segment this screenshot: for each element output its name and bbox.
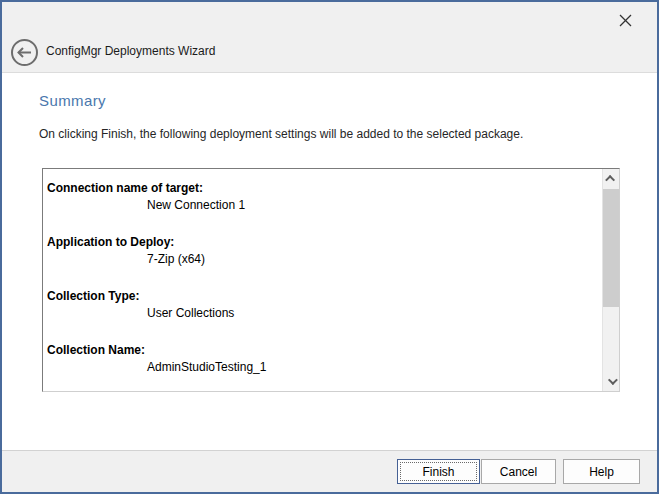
summary-item-application: Application to Deploy: 7-Zip (x64) xyxy=(47,234,602,268)
summary-content: Connection name of target: New Connectio… xyxy=(43,169,602,391)
page-description: On clicking Finish, the following deploy… xyxy=(39,127,523,141)
summary-item-label: Collection Type: xyxy=(47,288,602,305)
vertical-scrollbar[interactable] xyxy=(602,169,619,391)
summary-item-collection-type: Collection Type: User Collections xyxy=(47,288,602,322)
summary-item-value: AdminStudioTesting_1 xyxy=(47,359,602,376)
footer-bar: Finish Cancel Help xyxy=(2,450,657,492)
title-bar xyxy=(2,2,657,36)
summary-item-value: User Collections xyxy=(47,305,602,322)
summary-item-value: New Connection 1 xyxy=(47,197,602,214)
chevron-up-icon xyxy=(605,175,615,185)
summary-item-value: 7-Zip (x64) xyxy=(47,251,602,268)
summary-item-connection: Connection name of target: New Connectio… xyxy=(47,180,602,214)
summary-item-label: Collection Name: xyxy=(47,342,602,359)
page-title: Summary xyxy=(39,92,106,109)
back-arrow-icon xyxy=(17,47,32,58)
main-content: Summary On clicking Finish, the followin… xyxy=(2,73,657,450)
help-button[interactable]: Help xyxy=(563,459,640,484)
scrollbar-thumb[interactable] xyxy=(603,189,619,307)
close-button[interactable] xyxy=(615,10,635,30)
summary-item-collection-name: Collection Name: AdminStudioTesting_1 xyxy=(47,342,602,376)
summary-box: Connection name of target: New Connectio… xyxy=(42,168,620,392)
chevron-down-icon xyxy=(607,375,617,385)
wizard-window: ConfigMgr Deployments Wizard Summary On … xyxy=(0,0,659,494)
scrollbar-down-button[interactable] xyxy=(603,372,619,391)
summary-item-label: Connection name of target: xyxy=(47,180,602,197)
scrollbar-up-button[interactable] xyxy=(603,169,619,188)
wizard-header: ConfigMgr Deployments Wizard xyxy=(2,36,657,72)
wizard-title: ConfigMgr Deployments Wizard xyxy=(46,44,215,58)
cancel-button[interactable]: Cancel xyxy=(481,459,556,484)
close-icon xyxy=(619,14,632,27)
summary-item-label: Application to Deploy: xyxy=(47,234,602,251)
back-button[interactable] xyxy=(11,39,38,66)
finish-button[interactable]: Finish xyxy=(397,459,480,484)
